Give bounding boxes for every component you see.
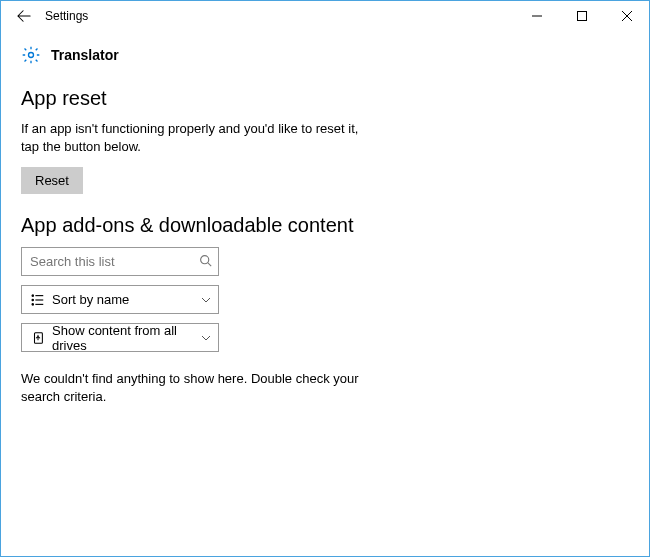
arrow-left-icon <box>17 9 31 23</box>
titlebar: Settings <box>1 1 649 31</box>
addons-controls: Sort by name Show content from all drive… <box>21 247 219 352</box>
svg-point-11 <box>32 303 33 304</box>
svg-line-6 <box>208 263 211 266</box>
page-title: Translator <box>51 47 119 63</box>
search-icon <box>199 254 212 270</box>
svg-point-7 <box>32 295 33 296</box>
content-area: Translator App reset If an app isn't fun… <box>1 31 649 437</box>
svg-point-5 <box>201 255 209 263</box>
search-box[interactable] <box>21 247 219 276</box>
svg-rect-1 <box>577 12 586 21</box>
drive-filter-label: Show content from all drives <box>52 323 200 353</box>
close-icon <box>622 11 632 21</box>
reset-button[interactable]: Reset <box>21 167 83 194</box>
page-header: Translator <box>21 45 629 65</box>
list-icon <box>30 293 45 307</box>
chevron-down-icon <box>200 295 212 305</box>
chevron-down-icon <box>200 333 212 343</box>
empty-state-message: We couldn't find anything to show here. … <box>21 370 361 405</box>
app-reset-heading: App reset <box>21 87 629 110</box>
svg-line-2 <box>622 11 632 21</box>
gear-icon <box>21 45 41 65</box>
minimize-button[interactable] <box>514 1 559 31</box>
sort-label: Sort by name <box>52 292 200 307</box>
window-title: Settings <box>45 9 88 23</box>
search-input[interactable] <box>30 254 199 269</box>
window-controls <box>514 1 649 31</box>
drive-icon <box>30 331 45 345</box>
addons-heading: App add-ons & downloadable content <box>21 214 629 237</box>
maximize-icon <box>577 11 587 21</box>
app-reset-description: If an app isn't functioning properly and… <box>21 120 361 155</box>
back-button[interactable] <box>11 1 37 31</box>
close-button[interactable] <box>604 1 649 31</box>
svg-line-3 <box>622 11 632 21</box>
sort-dropdown[interactable]: Sort by name <box>21 285 219 314</box>
drive-filter-dropdown[interactable]: Show content from all drives <box>21 323 219 352</box>
svg-point-4 <box>29 53 34 58</box>
svg-point-9 <box>32 299 33 300</box>
minimize-icon <box>532 11 542 21</box>
maximize-button[interactable] <box>559 1 604 31</box>
